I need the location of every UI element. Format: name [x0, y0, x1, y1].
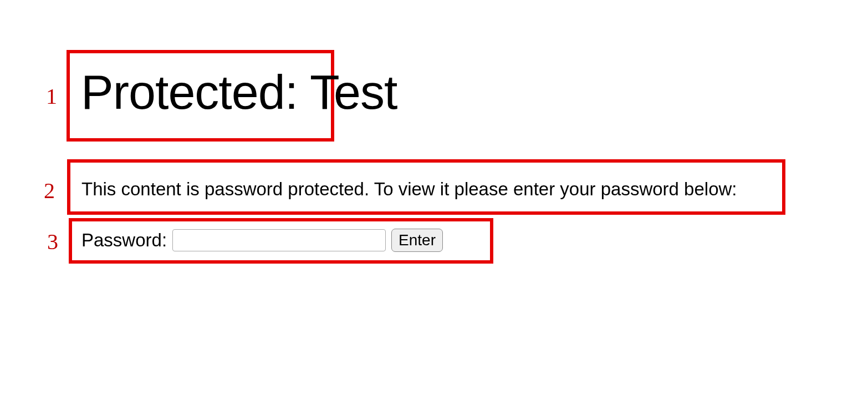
enter-button[interactable]: Enter [391, 229, 443, 252]
password-label: Password: [81, 230, 167, 251]
annotation-marker-1: 1 [46, 83, 57, 109]
protected-description: This content is password protected. To v… [81, 179, 737, 200]
password-input[interactable] [172, 229, 386, 251]
password-form: Password: Enter [81, 229, 443, 252]
annotation-marker-3: 3 [47, 229, 58, 255]
annotation-marker-2: 2 [44, 178, 55, 204]
page-title: Protected: Test [81, 64, 397, 120]
